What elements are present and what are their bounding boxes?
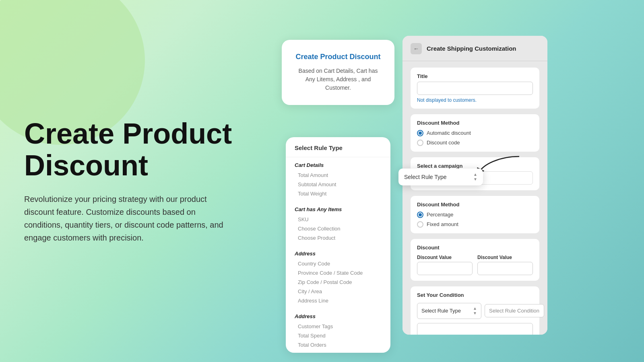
- discount-method-2-options: Percentage Fixed amount: [417, 212, 533, 228]
- cart-details-title: Cart Details: [295, 162, 382, 168]
- title-hint: Not displayed to customers.: [417, 97, 533, 103]
- discount-method-section-2: Discount Method Percentage Fixed amount: [411, 196, 539, 233]
- discount-method-section-1: Discount Method Automatic discount Disco…: [411, 114, 539, 152]
- info-card-title: Create Product Discount: [293, 53, 383, 61]
- select-rule-type-box[interactable]: Select Rule Type ▲ ▼: [417, 303, 481, 319]
- floating-dropdown-label: Select Rule Type: [404, 174, 447, 180]
- rule-province-code[interactable]: Province Code / State Code: [295, 268, 382, 278]
- condition-section: Set Your Condition Select Rule Type ▲ ▼ …: [411, 286, 539, 335]
- discount-value-row: Discount Value Discount Value: [417, 255, 533, 275]
- rule-customer-tags[interactable]: Customer Tags: [295, 322, 382, 331]
- hero-description: Revolutionize your pricing strategy with…: [24, 193, 233, 244]
- radio-automatic[interactable]: Automatic discount: [417, 130, 533, 136]
- rule-total-spend[interactable]: Total Spend: [295, 331, 382, 340]
- radio-fixed-amount-label: Fixed amount: [427, 221, 458, 227]
- address-section-2: Address Customer Tags Total Spend Total …: [286, 309, 390, 353]
- discount-col-2: Discount Value: [477, 255, 533, 275]
- rule-sku[interactable]: SKU: [295, 215, 382, 224]
- rule-country-code[interactable]: Country Code: [295, 259, 382, 268]
- discount-method-2-label: Discount Method: [417, 202, 533, 208]
- address-title-1: Address: [295, 251, 382, 257]
- discount-method-1-label: Discount Method: [417, 120, 533, 126]
- back-arrow-icon: ←: [413, 45, 419, 52]
- condition-value-input[interactable]: [417, 323, 533, 335]
- radio-automatic-dot: [417, 130, 423, 136]
- radio-fixed-amount[interactable]: Fixed amount: [417, 221, 533, 228]
- radio-discount-code-label: Discount code: [427, 140, 460, 146]
- select-rule-type-label: Select Rule Type: [421, 308, 461, 314]
- title-input[interactable]: [417, 82, 533, 95]
- radio-percentage-dot: [417, 212, 423, 218]
- rule-type-card: Select Rule Type Cart Details Total Amou…: [286, 137, 390, 353]
- rule-zip-code[interactable]: Zip Code / Postal Code: [295, 278, 382, 287]
- rule-subtotal-amount[interactable]: Subtotal Amount: [295, 180, 382, 189]
- discount-value-1-input[interactable]: [417, 262, 473, 275]
- radio-discount-code-dot: [417, 140, 423, 146]
- rule-type-header: Select Rule Type: [286, 137, 390, 157]
- address-section-1: Address Country Code Province Code / Sta…: [286, 246, 390, 309]
- rule-address-line[interactable]: Address Line: [295, 296, 382, 305]
- rule-total-weight[interactable]: Total Weight: [295, 189, 382, 198]
- title-label: Title: [417, 73, 533, 79]
- condition-row: Select Rule Type ▲ ▼ Select Rule Conditi…: [417, 303, 533, 319]
- rule-city[interactable]: City / Area: [295, 287, 382, 296]
- title-form-group: Title Not displayed to customers.: [417, 73, 533, 103]
- condition-title: Set Your Condition: [417, 292, 533, 298]
- address-title-2: Address: [295, 313, 382, 319]
- radio-discount-code[interactable]: Discount code: [417, 140, 533, 146]
- rule-choose-product[interactable]: Choose Product: [295, 233, 382, 243]
- info-card-description: Based on Cart Details, Cart has Any Lite…: [293, 67, 383, 92]
- radio-percentage-label: Percentage: [427, 212, 454, 218]
- cart-details-section: Cart Details Total Amount Subtotal Amoun…: [286, 157, 390, 202]
- rule-choose-collection[interactable]: Choose Collection: [295, 224, 382, 233]
- cart-any-items-title: Cart has Any Items: [295, 206, 382, 212]
- shipping-card-body: Title Not displayed to customers. Discou…: [402, 61, 547, 335]
- discount-value-2-label: Discount Value: [477, 255, 533, 260]
- rule-total-amount[interactable]: Total Amount: [295, 171, 382, 180]
- discount-value-2-input[interactable]: [477, 262, 533, 275]
- radio-fixed-amount-dot: [417, 221, 423, 228]
- rule-total-orders[interactable]: Total Orders: [295, 340, 382, 350]
- radio-percentage[interactable]: Percentage: [417, 212, 533, 218]
- discount-method-1-options: Automatic discount Discount code: [417, 130, 533, 146]
- radio-automatic-label: Automatic discount: [427, 130, 471, 136]
- floating-rule-dropdown[interactable]: Select Rule Type ▲ ▼: [398, 169, 483, 185]
- hero-title: Create Product Discount: [24, 118, 258, 181]
- discount-section-title: Discount: [417, 245, 533, 251]
- shipping-card-title: Create Shipping Customization: [427, 45, 516, 52]
- info-card: Create Product Discount Based on Cart De…: [282, 40, 394, 105]
- rule-type-chevron-icon: ▲ ▼: [473, 306, 477, 315]
- chevron-updown-icon: ▲ ▼: [473, 173, 477, 181]
- back-button[interactable]: ←: [411, 43, 422, 54]
- shipping-card-header: ← Create Shipping Customization: [402, 36, 547, 61]
- select-rule-condition-dropdown[interactable]: Select Rule Condition: [485, 304, 544, 317]
- cart-any-items-section: Cart has Any Items SKU Choose Collection…: [286, 202, 390, 246]
- hero-section: Create Product Discount Revolutionize yo…: [24, 118, 258, 244]
- discount-col-1: Discount Value: [417, 255, 473, 275]
- cards-section: Create Product Discount Based on Cart De…: [282, 24, 620, 339]
- discount-value-1-label: Discount Value: [417, 255, 473, 260]
